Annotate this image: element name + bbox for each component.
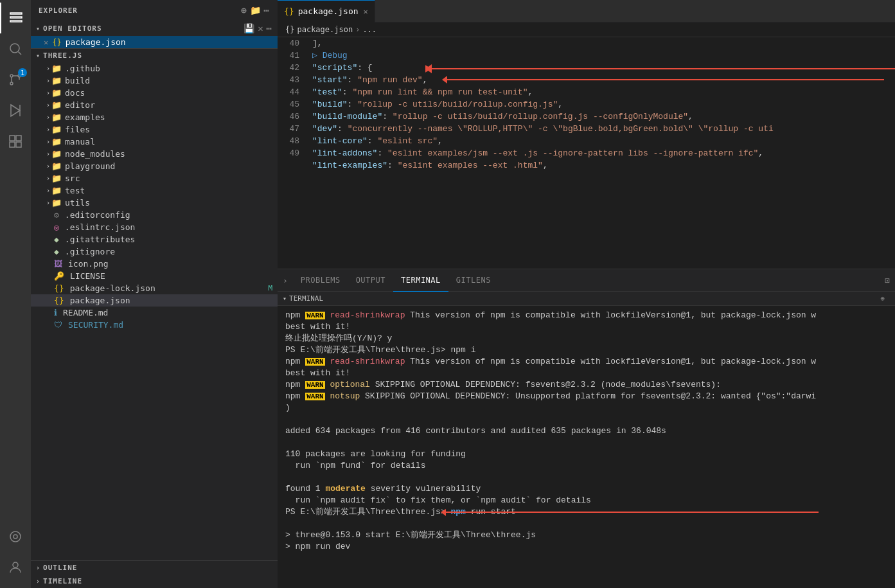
explorer-activity-icon[interactable] [0, 3, 31, 33]
terminal-line-5: npm WARN read-shrinkwrap This version of… [285, 356, 887, 368]
tab-output[interactable]: Output [348, 269, 393, 292]
open-editors-header[interactable]: ▾ Open Editors 💾 ✕ ⋯ [31, 21, 278, 36]
account-activity-icon[interactable] [0, 552, 31, 583]
sidebar: Explorer ⊕ 📁 ⋯ ▾ Open Editors 💾 ✕ ⋯ ✕ {}… [31, 0, 278, 588]
tree-item-docs[interactable]: › 📁 docs [31, 87, 278, 99]
tree-item-gitattributes[interactable]: ◆ .gitattributes [31, 233, 278, 245]
license-file-icon: 🔑 [54, 271, 64, 281]
terminal-line-8: npm WARN notsup SKIPPING OPTIONAL DEPEND… [285, 391, 887, 402]
code-line-46: "build-module": "rollup -c utils/build/r… [312, 111, 895, 123]
tree-item-utils[interactable]: › 📁 utils [31, 197, 278, 209]
search-activity-icon[interactable] [0, 33, 31, 64]
tab-terminal[interactable]: Terminal [393, 269, 448, 292]
tree-item-playground[interactable]: › 📁 playground [31, 160, 278, 172]
tab-json-icon: {} [284, 6, 294, 16]
gear-file-icon: ⚙ [54, 210, 59, 220]
tree-item-examples[interactable]: › 📁 examples [31, 111, 278, 123]
tree-item-files[interactable]: › 📁 files [31, 123, 278, 136]
npm-run-start-cmd: npm [450, 507, 465, 517]
tab-label: package.json [298, 6, 359, 16]
save-all-icon[interactable]: 💾 [244, 23, 255, 33]
run-activity-icon[interactable] [0, 95, 31, 126]
threejs-chevron: ▾ [36, 52, 40, 59]
terminal-line-blank-2 [285, 437, 887, 449]
breadcrumb-icon: {} [285, 25, 294, 34]
timeline-header[interactable]: › Timeline [31, 575, 278, 588]
tree-item-security[interactable]: 🛡 SECURITY.md [31, 319, 278, 331]
new-file-icon[interactable]: ⊕ [241, 5, 247, 15]
tree-item-node-modules[interactable]: › 📁 node_modules [31, 148, 278, 160]
tree-item-package-json[interactable]: {} package.json [31, 294, 278, 307]
tab-problems[interactable]: Problems [293, 269, 348, 292]
terminal-line-7: npm WARN optional SKIPPING OPTIONAL DEPE… [285, 379, 887, 391]
tree-item-github[interactable]: › 📁 .github [31, 62, 278, 75]
panel-tabs: › Problems Output Terminal GitLens ⊡ [278, 269, 895, 292]
tree-item-license[interactable]: 🔑 LICENSE [31, 270, 278, 282]
new-terminal-icon[interactable]: ⊕ [880, 294, 885, 303]
tab-close-icon[interactable]: ✕ [364, 7, 368, 16]
readme-icon: ℹ [54, 308, 57, 317]
breadcrumb-sep: › [355, 25, 360, 34]
collapse-icon[interactable]: ⋯ [264, 5, 270, 15]
svg-rect-9 [16, 142, 21, 147]
terminal-line-3: 终止批处理操作吗(Y/N)? y [285, 333, 887, 344]
code-line-43: "start": "npm run dev", [312, 74, 895, 86]
tree-item-package-lock[interactable]: {} package-lock.json M [31, 282, 278, 294]
threejs-section-header[interactable]: ▾ Three.JS [31, 49, 278, 62]
panel-collapse-icon[interactable]: › [283, 276, 288, 285]
svg-marker-19 [441, 509, 446, 516]
source-control-activity-icon[interactable]: 1 [0, 64, 31, 95]
terminal-tab-label: Terminal [401, 276, 441, 285]
breadcrumb-file[interactable]: package.json [297, 25, 353, 34]
diamond-gitignore-icon: ◆ [54, 247, 59, 256]
svg-marker-17 [442, 76, 447, 84]
terminal-header-chevron: ▾ [283, 295, 287, 302]
folder-icon: 📁 [51, 88, 62, 98]
code-editor: 40 41 42 43 44 45 46 47 48 49 ], ▷ Debug [278, 37, 895, 269]
terminal-line-6: best with it! [285, 368, 887, 379]
svg-point-10 [10, 531, 21, 542]
tree-item-src[interactable]: › 📁 src [31, 172, 278, 184]
remote-activity-icon[interactable] [0, 521, 31, 552]
output-tab-label: Output [356, 276, 385, 285]
svg-rect-6 [10, 136, 15, 141]
terminal-red-arrow [446, 508, 831, 517]
tab-package-json[interactable]: {} package.json ✕ [278, 0, 375, 22]
tab-bar: {} package.json ✕ [278, 0, 895, 22]
tab-gitlens[interactable]: GitLens [448, 269, 499, 292]
code-line-40: ], [312, 37, 895, 49]
terminal-line-9: ) [285, 402, 887, 414]
close-file-icon[interactable]: ✕ [44, 38, 48, 47]
svg-rect-8 [10, 142, 15, 147]
moderate-badge: moderate [325, 484, 365, 494]
tree-item-editorconfig[interactable]: ⚙ .editorconfig [31, 209, 278, 221]
json-file-icon: {} [52, 38, 61, 47]
tree-item-gitignore[interactable]: ◆ .gitignore [31, 245, 278, 258]
extensions-activity-icon[interactable] [0, 126, 31, 157]
close-all-icon[interactable]: ✕ [258, 23, 263, 33]
svg-point-11 [13, 535, 17, 539]
file-tree: ▾ Three.JS › 📁 .github › 📁 build › 📁 doc… [31, 49, 278, 560]
more-icon[interactable]: ⋯ [267, 23, 272, 33]
tree-item-manual[interactable]: › 📁 manual [31, 136, 278, 148]
open-editor-package-json[interactable]: ✕ {} package.json [31, 36, 278, 48]
warn-badge-3: WARN [305, 381, 324, 389]
tree-item-readme[interactable]: ℹ README.md [31, 307, 278, 319]
warn-badge-2: WARN [305, 358, 324, 366]
code-line-42: "scripts": { [312, 62, 895, 74]
svg-point-1 [10, 75, 13, 77]
new-folder-icon[interactable]: 📁 [250, 5, 261, 15]
tree-item-iconpng[interactable]: 🖼 icon.png [31, 258, 278, 270]
tree-item-editor[interactable]: › 📁 editor [31, 99, 278, 111]
tree-item-eslintrc[interactable]: ◎ .eslintrc.json [31, 221, 278, 233]
folder-icon: 📁 [51, 186, 62, 195]
breadcrumb: {} package.json › ... [278, 22, 895, 37]
terminal-body[interactable]: npm WARN read-shrinkwrap This version of… [278, 306, 895, 564]
tree-item-test[interactable]: › 📁 test [31, 184, 278, 197]
tree-item-build[interactable]: › 📁 build [31, 75, 278, 87]
terminal-line-10: added 634 packages from 416 contributors… [285, 425, 887, 437]
terminal-header: ▾ Terminal ⊕ [278, 292, 895, 306]
outline-header[interactable]: › Outline [31, 561, 278, 575]
panel-maximize-icon[interactable]: ⊡ [885, 276, 890, 285]
code-line-45: "build": "rollup -c utils/build/rollup.c… [312, 98, 895, 111]
